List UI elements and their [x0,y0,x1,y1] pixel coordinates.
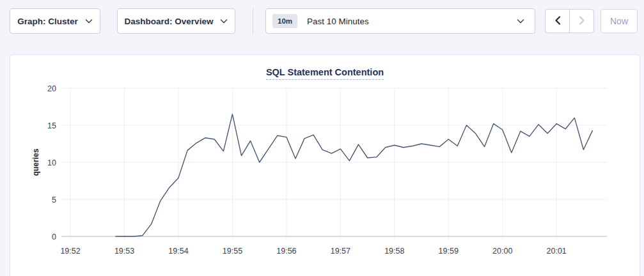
x-tick-label: 19:58 [384,247,404,256]
y-tick-label: 0 [52,233,56,241]
series-line [116,114,593,236]
x-tick-label: 19:53 [114,247,134,256]
chevron-down-icon [517,15,524,27]
chart-title-row: SQL Statement Contention [10,67,640,80]
chevron-right-icon [578,15,586,27]
graph-dropdown-label: Graph: Cluster [17,17,78,26]
y-tick-label: 10 [47,158,56,167]
now-button[interactable]: Now [601,9,638,33]
chart-plot[interactable]: 0510152019:5219:5319:5419:5519:5619:5719… [10,55,641,275]
toolbar-divider [253,8,253,34]
x-tick-label: 19:59 [439,247,459,256]
next-time-button[interactable] [569,10,593,33]
y-axis-title: queries [31,148,40,176]
x-tick-label: 19:54 [168,247,188,256]
prev-time-button[interactable] [546,10,569,33]
x-tick-label: 20:01 [547,247,567,256]
x-tick-label: 19:56 [276,247,296,256]
graph-dropdown[interactable]: Graph: Cluster [10,8,100,34]
chart-card: SQL Statement Contention 0510152019:5219… [10,54,640,276]
time-range-selector[interactable]: 10m Past 10 Minutes [265,8,535,34]
dashboard-dropdown[interactable]: Dashboard: Overview [117,8,235,34]
dashboard-dropdown-label: Dashboard: Overview [125,17,214,26]
x-tick-label: 19:55 [223,247,242,256]
chevron-left-icon [554,15,562,27]
time-range-badge: 10m [272,14,297,28]
time-range-label: Past 10 Minutes [307,17,517,26]
y-tick-label: 20 [47,84,56,93]
y-tick-label: 5 [52,195,56,204]
time-nav-group [545,9,594,33]
x-tick-label: 19:57 [331,247,350,256]
chevron-down-icon [85,17,93,26]
chart-title[interactable]: SQL Statement Contention [266,67,384,80]
y-tick-label: 15 [47,121,56,130]
toolbar: Graph: Cluster Dashboard: Overview 10m P… [0,0,644,43]
x-tick-label: 20:00 [492,247,512,256]
chevron-down-icon [220,17,228,26]
x-tick-label: 19:52 [60,247,80,256]
